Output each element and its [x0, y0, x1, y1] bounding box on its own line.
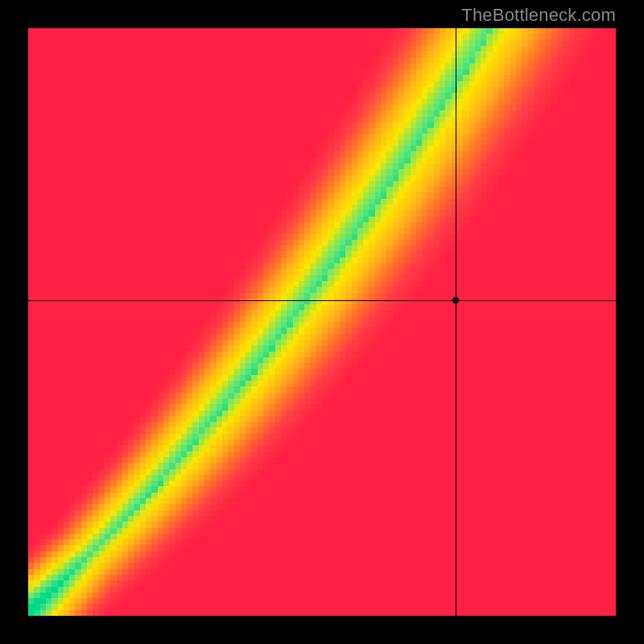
bottleneck-heatmap	[28, 28, 616, 616]
chart-frame: TheBottleneck.com	[0, 0, 644, 644]
crosshair-vertical	[456, 28, 456, 616]
watermark-text: TheBottleneck.com	[461, 5, 616, 26]
selection-marker	[452, 297, 459, 303]
crosshair-horizontal	[28, 300, 616, 301]
